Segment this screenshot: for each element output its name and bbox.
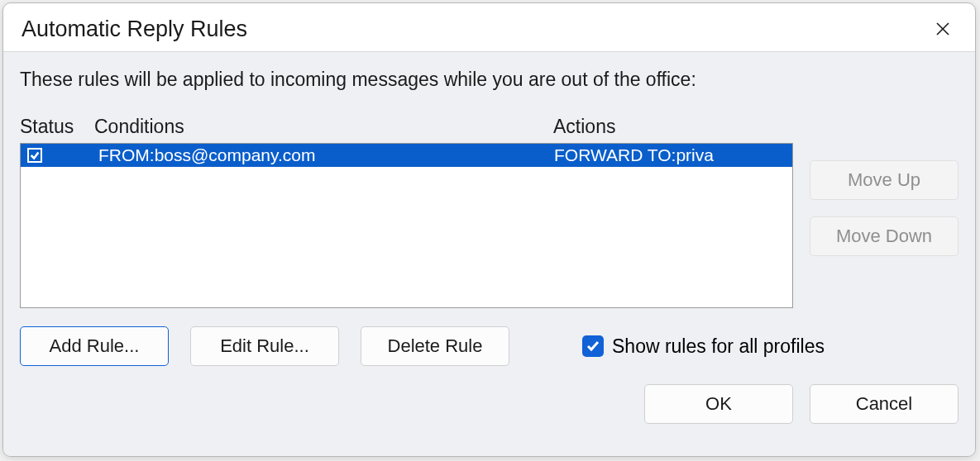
edit-rule-button[interactable]: Edit Rule... [190,326,339,366]
rule-status-cell[interactable] [21,148,95,163]
close-icon [935,21,951,37]
add-rule-button[interactable]: Add Rule... [20,326,169,366]
rule-condition-cell: FROM:boss@company.com [95,145,554,165]
titlebar: Automatic Reply Rules [3,3,975,51]
delete-rule-button[interactable]: Delete Rule [361,326,509,366]
bottom-buttons-row: Add Rule... Edit Rule... Delete Rule Sho… [20,326,958,366]
checkbox-box [582,335,604,357]
cancel-button[interactable]: Cancel [810,384,958,424]
rule-row[interactable]: FROM:boss@company.com FORWARD TO:priva [21,144,792,167]
move-up-button[interactable]: Move Up [810,160,958,200]
dialog-body: These rules will be applied to incoming … [3,51,975,456]
dialog-title: Automatic Reply Rules [22,17,247,42]
rule-action-cell: FORWARD TO:priva [554,145,792,165]
move-down-button[interactable]: Move Down [810,216,958,256]
ok-button[interactable]: OK [644,384,793,424]
side-buttons: Move Up Move Down [810,116,958,308]
rules-listbox[interactable]: FROM:boss@company.com FORWARD TO:priva [20,143,793,308]
close-button[interactable] [929,15,957,43]
column-header-actions: Actions [553,116,793,138]
description-text: These rules will be applied to incoming … [20,69,958,91]
rules-table: Status Conditions Actions FROM:boss@comp… [20,116,793,308]
column-header-conditions: Conditions [94,116,553,138]
show-all-profiles-checkbox[interactable]: Show rules for all profiles [582,335,825,358]
rule-enabled-checkbox[interactable] [27,148,42,163]
show-all-profiles-label: Show rules for all profiles [612,335,825,358]
middle-row: Status Conditions Actions FROM:boss@comp… [20,116,958,308]
automatic-reply-rules-dialog: Automatic Reply Rules These rules will b… [2,2,976,457]
column-header-status: Status [20,116,94,138]
table-headers: Status Conditions Actions [20,116,793,143]
footer-buttons: OK Cancel [20,384,958,424]
checkmark-icon [586,339,600,354]
checkmark-icon [29,150,41,161]
